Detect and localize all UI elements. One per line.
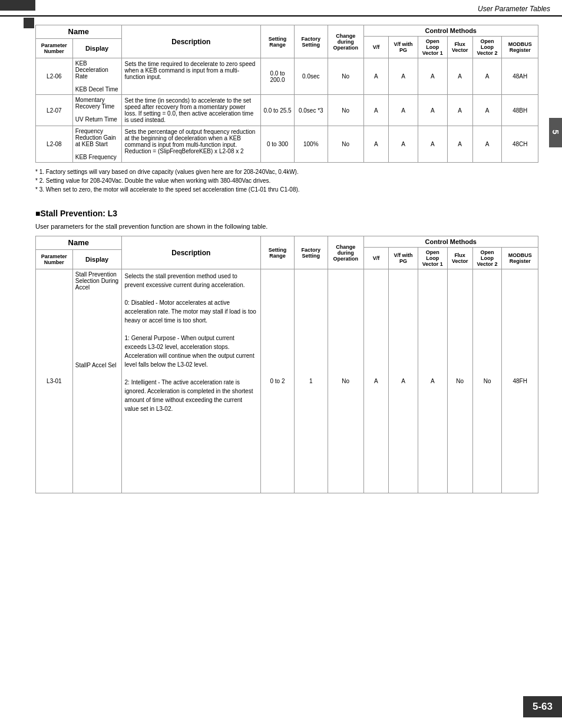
footnote-1: * 1. Factory settings will vary based on… — [35, 167, 538, 176]
open-loop2-header: Open Loop Vector 2 — [472, 37, 502, 58]
stall-display-header: Display — [72, 249, 121, 269]
stall-factory-setting-header: Factory Setting — [294, 236, 328, 269]
open1-cell: A — [418, 58, 447, 95]
modbus-header: MODBUS Register — [502, 37, 538, 58]
stall-modbus-header: MODBUS Register — [502, 248, 538, 269]
name-header: Name — [36, 25, 122, 39]
vf-cell: A — [363, 95, 389, 126]
open1-cell: A — [418, 269, 447, 493]
vf-pg-cell: A — [389, 95, 418, 126]
page-number: 5-63 — [523, 696, 562, 717]
table-row: L3-01 Stall Prevention Selection During … — [36, 269, 538, 493]
factory-setting-header: Factory Setting — [294, 25, 328, 58]
stall-setting-range-header: Setting Range — [261, 236, 295, 269]
factory-setting-cell: 100% — [294, 126, 328, 163]
vf-cell: A — [363, 58, 389, 95]
setting-range-cell: 0 to 2 — [261, 269, 295, 493]
stall-vf-header: V/f — [363, 248, 389, 269]
section-marker — [24, 18, 34, 28]
setting-range-header: Setting Range — [261, 25, 295, 58]
vf-cell: A — [363, 126, 389, 163]
param-number: L2-08 — [36, 126, 73, 163]
sidebar-tab: 5 — [549, 118, 562, 147]
param-number: L3-01 — [36, 269, 73, 493]
flux-cell: A — [447, 58, 472, 95]
display-cell: KEB Deceleration RateKEB Decel Time — [72, 58, 121, 95]
desc-cell: Sets the time required to decelerate to … — [121, 58, 261, 95]
change-cell: No — [328, 126, 363, 163]
change-cell: No — [328, 269, 363, 493]
stall-change-during-header: Change during Operation — [328, 236, 363, 269]
header-bar — [0, 0, 35, 11]
stall-control-methods-header: Control Methods — [363, 236, 538, 248]
stall-vf-pg-header: V/f with PG — [389, 248, 418, 269]
setting-range-cell: 0.0 to 200.0 — [261, 58, 295, 95]
stall-name-header: Name — [36, 236, 122, 250]
flux-cell: No — [447, 269, 472, 493]
stall-header-row1: Name Description Setting Range Factory S… — [36, 236, 538, 248]
flux-cell: A — [447, 95, 472, 126]
modbus-cell: 48AH — [502, 58, 538, 95]
modbus-cell: 48FH — [502, 269, 538, 493]
stall-open2-header: Open Loop Vector 2 — [472, 248, 502, 269]
param-number: L2-07 — [36, 95, 73, 126]
change-cell: No — [328, 95, 363, 126]
display-cell: Stall Prevention Selection During AccelS… — [72, 269, 121, 493]
open2-cell: A — [472, 58, 502, 95]
page-body: Name Description Setting Range Factory S… — [0, 19, 562, 505]
open-loop1-header: Open Loop Vector 1 — [418, 37, 447, 58]
change-cell: No — [328, 58, 363, 95]
setting-range-cell: 0 to 300 — [261, 126, 295, 163]
table-row: L2-06 KEB Deceleration RateKEB Decel Tim… — [36, 58, 538, 95]
factory-setting-cell: 1 — [294, 269, 328, 493]
desc-cell: Selects the stall prevention method used… — [121, 269, 261, 493]
open2-cell: A — [472, 126, 502, 163]
vf-pg-cell: A — [389, 269, 418, 493]
footnote-2: * 2. Setting value for 208-240Vac. Doubl… — [35, 176, 538, 185]
vf-pg-cell: A — [389, 58, 418, 95]
header-title: User Parameter Tables — [478, 5, 550, 13]
setting-range-cell: 0.0 to 25.5 — [261, 95, 295, 126]
flux-header: Flux Vector — [447, 37, 472, 58]
display-cell: Frequency Reduction Gain at KEB StartKEB… — [72, 126, 121, 163]
stall-flux-header: Flux Vector — [447, 248, 472, 269]
stall-description-header: Description — [121, 236, 261, 269]
footnote-3: * 3. When set to zero, the motor will ac… — [35, 185, 538, 194]
param-number-header: Parameter Number — [36, 38, 73, 58]
param-number: L2-06 — [36, 58, 73, 95]
stall-table: Name Description Setting Range Factory S… — [35, 236, 538, 493]
footnotes: * 1. Factory settings will vary based on… — [35, 167, 538, 194]
control-methods-header: Control Methods — [363, 25, 538, 37]
modbus-cell: 48CH — [502, 126, 538, 163]
vf-header: V/f — [363, 37, 389, 58]
modbus-cell: 48BH — [502, 95, 538, 126]
display-header: Display — [72, 38, 121, 58]
factory-setting-cell: 0.0sec — [294, 58, 328, 95]
vf-pg-cell: A — [389, 126, 418, 163]
top-table: Name Description Setting Range Factory S… — [35, 25, 538, 163]
table-row: L2-07 Momentary Recovery TimeUV Return T… — [36, 95, 538, 126]
open2-cell: No — [472, 269, 502, 493]
table-header-row1: Name Description Setting Range Factory S… — [36, 25, 538, 37]
open1-cell: A — [418, 95, 447, 126]
stall-open1-header: Open Loop Vector 1 — [418, 248, 447, 269]
description-header: Description — [121, 25, 261, 58]
open2-cell: A — [472, 95, 502, 126]
display-cell: Momentary Recovery TimeUV Return Time — [72, 95, 121, 126]
factory-setting-cell: 0.0sec *3 — [294, 95, 328, 126]
stall-param-number-header: Parameter Number — [36, 249, 73, 269]
table-row: L2-08 Frequency Reduction Gain at KEB St… — [36, 126, 538, 163]
stall-section-title: ■Stall Prevention: L3 — [35, 209, 538, 218]
change-during-header: Change during Operation — [328, 25, 363, 58]
open1-cell: A — [418, 126, 447, 163]
page-header: User Parameter Tables — [0, 0, 562, 17]
desc-cell: Set the time (in seconds) to accelerate … — [121, 95, 261, 126]
vf-pg-header: V/f with PG — [389, 37, 418, 58]
stall-section-desc: User parameters for the stall prevention… — [35, 223, 538, 230]
desc-cell: Sets the percentage of output frequency … — [121, 126, 261, 163]
vf-cell: A — [363, 269, 389, 493]
flux-cell: A — [447, 126, 472, 163]
